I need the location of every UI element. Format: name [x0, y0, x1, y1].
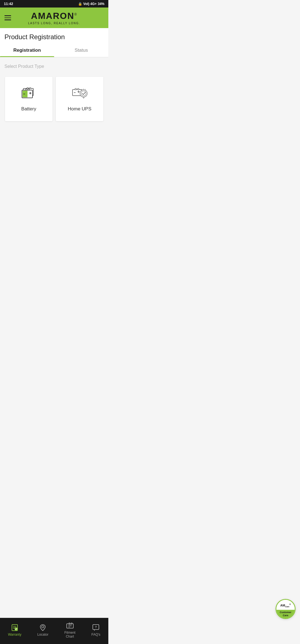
home-ups-label: Home UPS — [68, 106, 91, 112]
bottom-navigation: Warranty Locator FitmentChart — [0, 618, 108, 644]
svg-rect-5 — [28, 89, 29, 90]
nav-warranty[interactable]: Warranty — [5, 623, 25, 638]
svg-point-17 — [81, 91, 86, 96]
locator-icon — [39, 624, 47, 631]
tab-registration[interactable]: Registration — [0, 44, 54, 57]
faqs-icon: ? — [92, 624, 100, 631]
home-ups-icon — [71, 86, 88, 102]
products-grid: Battery — [0, 73, 108, 125]
warranty-icon — [11, 624, 19, 631]
svg-rect-2 — [29, 88, 31, 89]
page-title: Product Registration — [0, 28, 108, 44]
nav-faqs[interactable]: ? FAQ's — [88, 623, 104, 638]
nav-locator[interactable]: Locator — [34, 623, 52, 638]
fitment-chart-label: FitmentChart — [64, 631, 76, 638]
main-filler — [0, 125, 108, 264]
app-header: AMARON® LASTS LONG, REALLY LONG. — [0, 8, 108, 28]
svg-point-28 — [42, 626, 44, 628]
logo: AMARON® LASTS LONG, REALLY LONG. — [28, 11, 80, 25]
svg-rect-4 — [26, 89, 27, 90]
page-content: Product Registration Registration Status… — [0, 28, 108, 264]
svg-text:?: ? — [95, 625, 97, 629]
tab-status[interactable]: Status — [54, 44, 108, 57]
signal-strength: Vol) 4G+ — [83, 2, 97, 6]
section-label: Select Product Type — [0, 57, 108, 73]
svg-rect-11 — [75, 88, 76, 90]
status-bar: 11:42 🔒 Vol) 4G+ 34% — [0, 0, 108, 8]
fitment-chart-icon — [66, 622, 74, 630]
product-home-ups[interactable]: Home UPS — [56, 77, 103, 121]
network-icon: 🔒 — [78, 2, 82, 6]
status-icons: 🔒 Vol) 4G+ 34% — [78, 2, 104, 6]
logo-text: AMARON® — [28, 11, 80, 21]
warranty-label: Warranty — [8, 633, 21, 636]
battery-icon — [21, 86, 37, 102]
battery-level: 34% — [98, 2, 104, 6]
locator-label: Locator — [37, 633, 48, 636]
time: 11:42 — [4, 2, 13, 6]
tabs-container: Registration Status — [0, 44, 108, 57]
battery-label: Battery — [21, 106, 36, 112]
nav-fitment-chart[interactable]: FitmentChart — [61, 621, 79, 640]
svg-rect-12 — [78, 88, 79, 90]
product-battery[interactable]: Battery — [5, 77, 52, 121]
faqs-label: FAQ's — [91, 633, 100, 636]
hamburger-menu[interactable] — [4, 15, 11, 20]
svg-rect-1 — [27, 88, 28, 89]
logo-tagline: LASTS LONG, REALLY LONG. — [28, 22, 80, 25]
